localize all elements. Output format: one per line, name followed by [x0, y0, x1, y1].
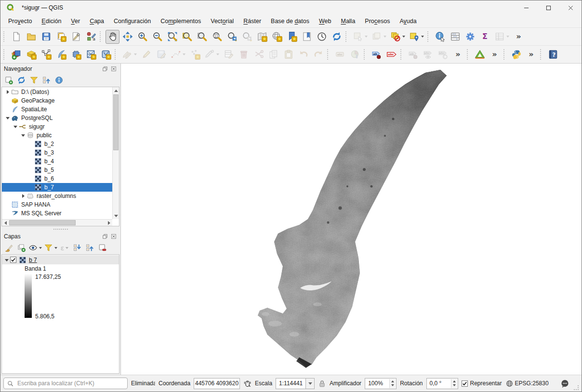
menu-ver[interactable]: Ver	[66, 16, 85, 26]
dock-splitter[interactable]	[0, 227, 120, 231]
browser-item-b-7[interactable]: b_7	[2, 183, 112, 192]
browser-item-sigugr[interactable]: sigugr	[2, 122, 112, 131]
crs-value[interactable]: EPSG:25830	[515, 380, 549, 387]
locator-search[interactable]	[3, 378, 128, 389]
cut-features-button[interactable]	[251, 48, 265, 62]
new-map-view-button[interactable]	[255, 30, 269, 44]
show-hide-labels-button[interactable]	[421, 48, 435, 62]
new-spatialite-layer-button[interactable]	[54, 48, 68, 62]
show-statistics-button[interactable]: Σ	[478, 30, 492, 44]
grass-tools-button[interactable]	[473, 48, 487, 62]
menu-edici-n[interactable]: Edición	[37, 16, 66, 26]
expander-icon[interactable]	[20, 192, 26, 200]
scrollbar-thumb[interactable]	[113, 94, 119, 150]
new-virtual-layer-button[interactable]	[99, 48, 113, 62]
temporal-controller-button[interactable]	[315, 30, 329, 44]
browser-filter-browser-button[interactable]	[28, 75, 40, 86]
layers-close-button[interactable]	[110, 233, 117, 240]
layers-filter-legend-button[interactable]	[43, 242, 58, 254]
identify-features-button[interactable]	[433, 30, 447, 44]
highlight-pinned-labels-button[interactable]	[384, 48, 398, 62]
browser-collapse-all-button[interactable]	[40, 75, 52, 86]
zoom-full-extent-button[interactable]	[165, 30, 179, 44]
select-features-by-value-button[interactable]	[370, 30, 388, 44]
processing-toolbox-button[interactable]	[463, 30, 477, 44]
menu-web[interactable]: Web	[314, 16, 336, 26]
minimize-button[interactable]	[515, 0, 537, 15]
messages-button-icon[interactable]	[560, 379, 569, 388]
new-print-layout-button[interactable]	[54, 30, 68, 44]
layer-labeling-options-button[interactable]	[333, 48, 347, 62]
layer-item-b-7[interactable]: b 7	[2, 255, 119, 264]
coordinate-input[interactable]: 445706 4093620	[194, 378, 240, 389]
menu-malla[interactable]: Malla	[336, 16, 360, 26]
resize-grip[interactable]	[574, 385, 579, 390]
grass-overflow-button[interactable]: »	[488, 48, 502, 62]
new-mesh-layer-button[interactable]	[84, 48, 98, 62]
browser-item-ms-sql-server[interactable]: MS SQL Server	[2, 209, 112, 218]
expander-icon[interactable]	[20, 131, 26, 140]
open-project-button[interactable]	[24, 30, 38, 44]
show-spatial-bookmarks-button[interactable]	[300, 30, 314, 44]
zoom-to-layer-button[interactable]	[195, 30, 209, 44]
maximize-button[interactable]	[537, 0, 559, 15]
menu-capa[interactable]: Capa	[85, 16, 109, 26]
zoom-in-button[interactable]	[135, 30, 149, 44]
browser-add-selected-layers-button[interactable]	[3, 75, 14, 86]
save-layer-edits-button[interactable]	[154, 48, 168, 62]
select-by-location-button[interactable]	[408, 30, 425, 44]
browser-vertical-scrollbar[interactable]	[112, 87, 119, 219]
scrollbar-thumb[interactable]	[9, 220, 76, 225]
toggle-editing-button[interactable]	[139, 48, 153, 62]
browser-horizontal-scrollbar[interactable]	[2, 219, 112, 226]
layers-float-button[interactable]	[101, 233, 108, 240]
layers-open-layer-styling-button[interactable]	[3, 242, 14, 254]
zoom-native-resolution-button[interactable]	[210, 30, 224, 44]
new-3d-map-view-button[interactable]	[270, 30, 284, 44]
spin-down-icon[interactable]	[391, 384, 394, 386]
crs-globe-icon[interactable]	[505, 379, 514, 388]
layers-expand-all-button[interactable]	[71, 242, 83, 254]
redo-button[interactable]	[311, 48, 325, 62]
show-layout-manager-button[interactable]	[69, 30, 83, 44]
menu-configuraci-n[interactable]: Configuración	[109, 16, 156, 26]
search-input[interactable]	[16, 379, 124, 387]
browser-refresh-browser-button[interactable]	[15, 75, 27, 86]
mouse-tracking-icon[interactable]	[243, 379, 251, 388]
layers-collapse-all-button[interactable]	[84, 242, 95, 254]
browser-item-b-6[interactable]: b_6	[2, 174, 112, 183]
browser-item-b-3[interactable]: b_3	[2, 148, 112, 157]
browser-item-d-datos[interactable]: D:\ (Datos)	[2, 88, 112, 96]
python-console-button[interactable]	[509, 48, 523, 62]
browser-item-spatialite[interactable]: SpatiaLite	[2, 105, 112, 114]
spin-up-icon[interactable]	[453, 380, 456, 382]
expander-icon[interactable]	[5, 114, 11, 122]
scale-combo[interactable]: 1:114441	[276, 378, 315, 389]
statistical-summary-button[interactable]	[448, 30, 462, 44]
layers-remove-layer-button[interactable]	[96, 242, 108, 254]
map-canvas[interactable]	[121, 64, 582, 375]
browser-item-b-4[interactable]: b_4	[2, 157, 112, 166]
spin-down-icon[interactable]	[453, 384, 456, 386]
plugins-overflow-button[interactable]: »	[524, 48, 538, 62]
menu-proyecto[interactable]: Proyecto	[3, 16, 37, 26]
expander-icon[interactable]	[13, 122, 19, 131]
browser-item-sap-hana[interactable]: SAP HANA	[2, 200, 112, 209]
new-geopackage-layer-button[interactable]	[24, 48, 38, 62]
browser-item-geopackage[interactable]: GeoPackage	[2, 96, 112, 105]
close-button[interactable]	[559, 0, 582, 15]
render-checkbox[interactable]: Representar	[462, 380, 502, 387]
modify-attributes-button[interactable]	[222, 48, 236, 62]
new-project-button[interactable]	[9, 30, 23, 44]
menu-ayuda[interactable]: Ayuda	[395, 16, 421, 26]
lock-scale-icon[interactable]	[318, 379, 326, 388]
zoom-out-button[interactable]	[150, 30, 164, 44]
open-attribute-table-button[interactable]	[493, 30, 511, 44]
layers-manage-map-themes-button[interactable]	[28, 242, 42, 254]
toolbar-overflow-button[interactable]: »	[512, 30, 526, 44]
browser-close-button[interactable]	[110, 65, 117, 72]
menu-vectorial[interactable]: Vectorial	[206, 16, 238, 26]
zoom-to-selection-button[interactable]	[180, 30, 194, 44]
change-label-properties-button[interactable]	[436, 48, 450, 62]
menu-base-de-datos[interactable]: Base de datos	[266, 16, 314, 26]
